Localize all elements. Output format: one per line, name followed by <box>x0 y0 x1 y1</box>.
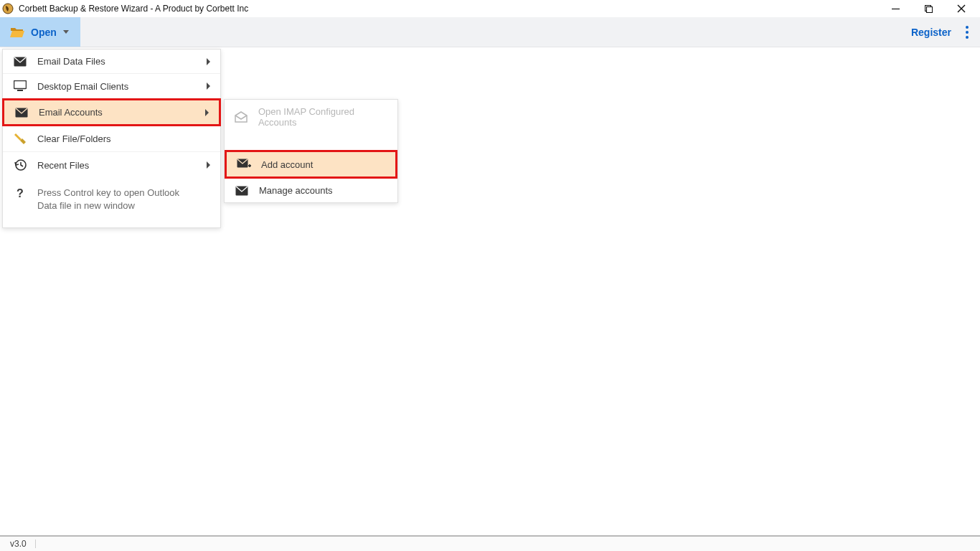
app-icon <box>2 3 14 14</box>
title-bar: Corbett Backup & Restore Wizard - A Prod… <box>0 0 980 17</box>
menu-label: Desktop Email Clients <box>37 81 197 92</box>
main-toolbar: Open Register <box>0 17 980 47</box>
history-icon <box>13 159 27 171</box>
kebab-icon <box>966 26 969 39</box>
email-accounts-submenu: Open IMAP Configured Accounts Add accoun… <box>224 99 398 203</box>
window-controls <box>879 0 978 17</box>
sub-open-imap: Open IMAP Configured Accounts <box>225 100 397 134</box>
monitor-icon <box>13 80 27 92</box>
svg-text:?: ? <box>17 187 24 199</box>
menu-desktop-email-clients[interactable]: Desktop Email Clients <box>3 74 220 99</box>
question-icon: ? <box>13 187 27 199</box>
more-menu-button[interactable] <box>961 17 980 47</box>
mail-icon <box>14 108 29 118</box>
svg-rect-8 <box>17 90 23 91</box>
open-menu-panel: Email Data Files Desktop Email Clients E… <box>2 49 221 228</box>
chevron-right-icon <box>207 58 210 65</box>
close-button[interactable] <box>945 0 978 17</box>
register-label: Register <box>911 27 951 38</box>
menu-label: Email Data Files <box>37 56 197 67</box>
maximize-button[interactable] <box>912 0 945 17</box>
sub-add-account[interactable]: Add account <box>225 150 397 179</box>
mail-icon <box>235 186 249 196</box>
window-title: Corbett Backup & Restore Wizard - A Prod… <box>19 4 248 14</box>
menu-label: Clear File/Folders <box>37 133 210 144</box>
sub-label: Open IMAP Configured Accounts <box>258 106 387 128</box>
chevron-down-icon <box>63 30 69 34</box>
submenu-divider <box>225 134 397 150</box>
status-bar: v3.0 <box>0 535 980 551</box>
statusbar-divider <box>35 540 36 548</box>
menu-hint: ? Press Control key to open Outlook Data… <box>3 178 220 227</box>
sub-label: Add account <box>261 159 313 170</box>
sub-label: Manage accounts <box>259 185 333 196</box>
menu-clear-file-folders[interactable]: Clear File/Folders <box>3 126 220 152</box>
mail-plus-icon <box>237 159 251 170</box>
svg-rect-3 <box>926 6 932 12</box>
menu-label: Email Accounts <box>39 107 195 118</box>
version-text: v3.0 <box>10 539 27 549</box>
sub-manage-accounts[interactable]: Manage accounts <box>225 179 397 202</box>
mail-open-icon <box>235 111 248 123</box>
menu-email-accounts[interactable]: Email Accounts <box>2 98 221 126</box>
minimize-button[interactable] <box>879 0 912 17</box>
mail-icon <box>13 57 27 67</box>
menu-email-data-files[interactable]: Email Data Files <box>3 50 220 74</box>
chevron-right-icon <box>205 109 209 116</box>
broom-icon <box>13 132 27 145</box>
open-label: Open <box>31 27 57 38</box>
menu-recent-files[interactable]: Recent Files <box>3 152 220 178</box>
chevron-right-icon <box>207 161 210 169</box>
toolbar-spacer <box>80 17 901 47</box>
open-button[interactable]: Open <box>0 17 80 47</box>
hint-text: Press Control key to open Outlook Data f… <box>37 187 195 212</box>
menu-label: Recent Files <box>37 160 197 171</box>
svg-rect-7 <box>14 81 27 89</box>
register-link[interactable]: Register <box>901 17 961 47</box>
chevron-right-icon <box>207 83 210 90</box>
folder-open-icon <box>10 26 24 39</box>
